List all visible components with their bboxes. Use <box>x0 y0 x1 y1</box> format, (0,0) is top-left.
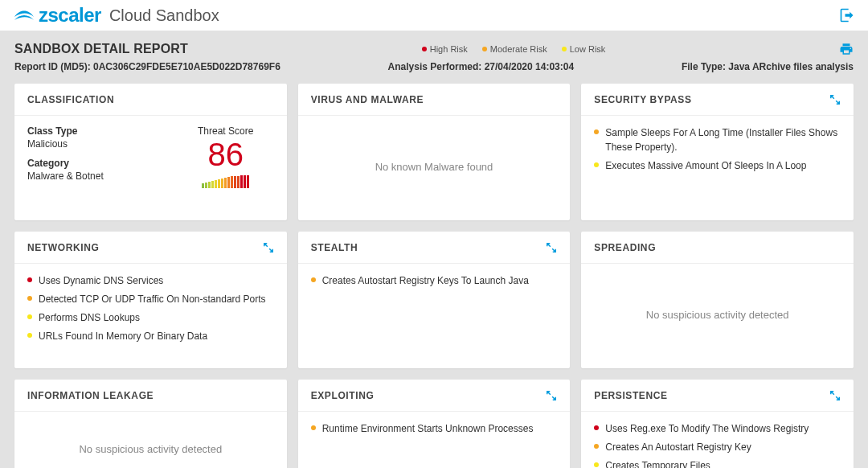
card-title: SPREADING <box>594 242 656 253</box>
file-type: File Type: Java ARchive files analysis <box>682 61 854 72</box>
logout-icon[interactable] <box>839 7 855 23</box>
card-title: VIRUS AND MALWARE <box>311 94 424 105</box>
card-exploiting: EXPLOITING Runtime Environment Starts Un… <box>298 380 571 468</box>
card-classification: CLASSIFICATION Class Type Malicious Cate… <box>14 84 287 220</box>
list-item-text: Uses Dynamic DNS Services <box>39 273 163 288</box>
card-persistence: PERSISTENCE Uses Reg.exe To Modify The W… <box>581 380 854 468</box>
list-item-text: Creates Temporary Files <box>605 458 710 468</box>
report-id: Report ID (MD5): 0AC306C29FDE5E710AE5D02… <box>14 61 280 72</box>
list-item-text: Executes Massive Amount Of Sleeps In A L… <box>605 158 806 173</box>
expand-icon[interactable] <box>829 94 841 105</box>
list-item-text: Performs DNS Lookups <box>39 310 140 325</box>
category-label: Category <box>27 158 178 169</box>
list-item-text: Creates An Autostart Registry Key <box>605 440 751 454</box>
card-stealth: STEALTH Creates Autostart Registry Keys … <box>298 232 571 368</box>
list-item: Detected TCP Or UDP Traffic On Non-stand… <box>27 292 274 306</box>
risk-dot-icon <box>594 462 599 467</box>
list-item: Runtime Environment Starts Unknown Proce… <box>311 421 558 436</box>
list-item-text: Creates Autostart Registry Keys To Launc… <box>322 273 529 288</box>
risk-dot-icon <box>594 162 599 167</box>
list-item: Creates Autostart Registry Keys To Launc… <box>311 273 558 288</box>
empty-message: No suspicious activity detected <box>14 412 287 468</box>
topbar: zscaler Cloud Sandbox <box>0 0 868 31</box>
risk-dot-icon <box>594 444 599 449</box>
card-title: INFORMATION LEAKAGE <box>27 390 154 401</box>
card-title: NETWORKING <box>27 242 99 253</box>
analysis-timestamp: Analysis Performed: 27/04/2020 14:03:04 <box>280 61 682 72</box>
threat-score-value: 86 <box>178 138 274 170</box>
card-information-leakage: INFORMATION LEAKAGE No suspicious activi… <box>14 380 287 468</box>
list-item-text: Uses Reg.exe To Modify The Windows Regis… <box>605 421 809 436</box>
card-virus-malware: VIRUS AND MALWARE No known Malware found <box>298 84 571 220</box>
empty-message: No suspicious activity detected <box>581 264 854 368</box>
risk-dot-icon <box>27 314 32 319</box>
list-item: Creates An Autostart Registry Key <box>594 440 841 454</box>
risk-dot-icon <box>311 425 316 430</box>
list-item: Executes Massive Amount Of Sleeps In A L… <box>594 158 841 173</box>
card-title: EXPLOITING <box>311 390 375 401</box>
empty-message: No known Malware found <box>298 116 571 220</box>
threat-score-label: Threat Score <box>178 125 274 137</box>
expand-icon[interactable] <box>546 390 557 401</box>
card-security-bypass: SECURITY BYPASS Sample Sleeps For A Long… <box>581 84 854 220</box>
zscaler-swoosh-icon <box>13 7 35 23</box>
expand-icon[interactable] <box>263 242 274 253</box>
brand-logo: zscaler <box>13 4 101 27</box>
card-title: STEALTH <box>311 242 358 253</box>
card-networking: NETWORKING Uses Dynamic DNS ServicesDete… <box>14 232 287 368</box>
risk-dot-icon <box>27 277 32 282</box>
expand-icon[interactable] <box>546 242 557 253</box>
list-item-text: Detected TCP Or UDP Traffic On Non-stand… <box>39 292 266 306</box>
card-spreading: SPREADING No suspicious activity detecte… <box>581 232 854 368</box>
list-item: Uses Dynamic DNS Services <box>27 273 274 288</box>
meta-row: Report ID (MD5): 0AC306C29FDE5E710AE5D02… <box>14 61 854 72</box>
class-type-label: Class Type <box>27 125 178 137</box>
risk-dot-icon <box>594 129 599 134</box>
legend-low: Low Risk <box>562 44 606 54</box>
app-title: Cloud Sandbox <box>109 6 219 25</box>
list-item-text: Runtime Environment Starts Unknown Proce… <box>322 421 534 436</box>
list-item-text: Sample Sleeps For A Long Time (Installer… <box>605 125 841 154</box>
risk-legend: High Risk Moderate Risk Low Risk <box>422 44 606 54</box>
legend-moderate: Moderate Risk <box>482 44 547 54</box>
risk-dot-icon <box>594 425 599 430</box>
brand-name: zscaler <box>39 4 101 27</box>
risk-dot-icon <box>27 333 32 338</box>
cards-grid: CLASSIFICATION Class Type Malicious Cate… <box>14 84 854 468</box>
list-item-text: URLs Found In Memory Or Binary Data <box>39 329 207 343</box>
list-item: Performs DNS Lookups <box>27 310 274 325</box>
card-title: CLASSIFICATION <box>27 94 114 105</box>
card-title: SECURITY BYPASS <box>594 94 691 105</box>
category-value: Malware & Botnet <box>27 170 178 182</box>
list-item: Uses Reg.exe To Modify The Windows Regis… <box>594 421 841 436</box>
print-icon[interactable] <box>839 42 854 56</box>
page-title: SANDBOX DETAIL REPORT <box>14 42 188 56</box>
list-item: Sample Sleeps For A Long Time (Installer… <box>594 125 841 154</box>
list-item: Creates Temporary Files <box>594 458 841 468</box>
risk-dot-icon <box>311 277 316 282</box>
card-title: PERSISTENCE <box>594 390 667 401</box>
class-type-value: Malicious <box>27 138 178 150</box>
header-row: SANDBOX DETAIL REPORT High Risk Moderate… <box>14 42 854 56</box>
legend-high: High Risk <box>422 44 468 54</box>
list-item: URLs Found In Memory Or Binary Data <box>27 329 274 343</box>
threat-gauge-icon <box>178 175 274 188</box>
risk-dot-icon <box>27 296 32 301</box>
expand-icon[interactable] <box>829 390 841 401</box>
